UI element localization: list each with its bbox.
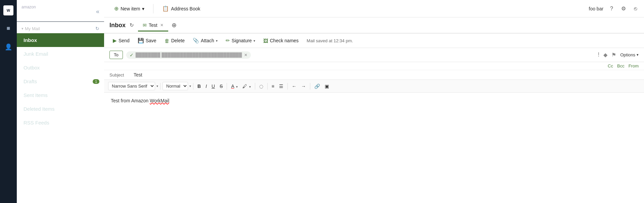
drafts-badge: 1 bbox=[93, 79, 99, 84]
indent-out-icon: ← bbox=[292, 84, 296, 89]
sidebar-item-rss-feeds[interactable]: RSS Feeds bbox=[17, 116, 104, 130]
top-right-actions: ! ◆ ⚑ Options ▾ bbox=[598, 51, 639, 58]
font-size-select[interactable]: Normal bbox=[163, 82, 188, 90]
recipient-check-icon: ✓ bbox=[130, 52, 134, 58]
logout-button[interactable]: ⎋ bbox=[633, 4, 639, 13]
to-button[interactable]: To bbox=[109, 51, 123, 59]
indent-out-button[interactable]: ← bbox=[290, 82, 298, 90]
compose-body[interactable]: Test from Amazon WorkMail bbox=[104, 93, 644, 203]
inbox-heading: Inbox bbox=[109, 22, 126, 29]
underline-button[interactable]: U bbox=[210, 82, 217, 90]
cc-button[interactable]: Cc bbox=[608, 63, 613, 68]
help-button[interactable]: ? bbox=[609, 4, 614, 13]
tab-close-icon[interactable]: ✕ bbox=[160, 23, 164, 28]
signature-icon: ✏ bbox=[226, 38, 230, 44]
format-divider-4 bbox=[255, 83, 255, 90]
clear-format-button[interactable]: ◌ bbox=[257, 82, 265, 90]
bcc-button[interactable]: Bcc bbox=[617, 63, 625, 68]
font-color-icon: A bbox=[231, 84, 234, 89]
plus-icon: ⊕ bbox=[114, 5, 119, 12]
strikethrough-button[interactable]: S bbox=[218, 82, 225, 90]
unordered-list-button[interactable]: ☰ bbox=[277, 82, 285, 90]
flag-icon[interactable]: ⚑ bbox=[611, 52, 616, 58]
highlight-icon: 🖊 bbox=[242, 84, 247, 89]
link-icon: 🔗 bbox=[314, 84, 320, 89]
delete-icon: 🗑 bbox=[165, 38, 170, 44]
subject-input[interactable] bbox=[134, 72, 639, 78]
insert-link-button[interactable]: 🔗 bbox=[312, 82, 322, 90]
sidebar-item-junk-email[interactable]: Junk Email bbox=[17, 47, 104, 61]
unordered-list-icon: ☰ bbox=[279, 84, 283, 89]
indent-in-icon: → bbox=[301, 84, 306, 89]
logo-icon: W bbox=[3, 5, 13, 15]
recipient-remove-icon[interactable]: ✕ bbox=[244, 53, 247, 57]
image-icon: ▣ bbox=[325, 84, 329, 89]
font-color-button[interactable]: A ▾ bbox=[229, 82, 239, 90]
ordered-list-button[interactable]: ≡ bbox=[270, 82, 276, 90]
compose-tab[interactable]: ✉ Test ✕ bbox=[138, 20, 168, 32]
format-divider-2 bbox=[193, 83, 193, 90]
signature-chevron-icon: ▾ bbox=[254, 39, 255, 43]
sidebar-people-icon[interactable]: 👤 bbox=[2, 41, 14, 53]
sidebar-item-deleted-items[interactable]: Deleted Items bbox=[17, 102, 104, 116]
format-divider-1 bbox=[160, 83, 160, 90]
save-button[interactable]: 💾 Save bbox=[134, 36, 160, 46]
attach-chevron-icon: ▾ bbox=[216, 39, 218, 43]
inbox-refresh-icon[interactable]: ↻ bbox=[130, 22, 134, 28]
amazon-label: amazon bbox=[21, 5, 54, 9]
delete-button[interactable]: 🗑 Delete bbox=[161, 36, 188, 46]
format-divider-5 bbox=[267, 83, 268, 90]
format-divider-6 bbox=[287, 83, 288, 90]
font-color-chevron: ▾ bbox=[236, 85, 238, 89]
recipient-address: ████████ ██████████████████████████ bbox=[136, 52, 242, 57]
diamond-icon[interactable]: ◆ bbox=[603, 52, 607, 58]
email-tab-icon: ✉ bbox=[143, 22, 147, 28]
new-item-chevron-icon: ▾ bbox=[142, 6, 144, 11]
my-mail-refresh-icon[interactable]: ↻ bbox=[95, 26, 99, 31]
attach-icon: 📎 bbox=[193, 38, 199, 44]
address-book-icon: 📋 bbox=[162, 5, 169, 12]
mail-saved-status: Mail saved at 12:34 pm. bbox=[307, 38, 353, 43]
indent-in-button[interactable]: → bbox=[299, 82, 308, 90]
new-item-button[interactable]: ⊕ New item ▾ bbox=[109, 3, 149, 14]
sidebar-item-outbox[interactable]: Outbox bbox=[17, 61, 104, 74]
signature-button[interactable]: ✏ Signature ▾ bbox=[222, 36, 259, 46]
body-text-prefix: Test from Amazon bbox=[111, 98, 150, 103]
add-tab-icon[interactable]: ⊕ bbox=[172, 21, 177, 29]
settings-button[interactable]: ⚙ bbox=[620, 4, 627, 13]
send-icon: ▶ bbox=[113, 38, 117, 44]
topbar-divider bbox=[153, 4, 153, 13]
options-chevron-icon: ▾ bbox=[637, 53, 639, 57]
font-family-select[interactable]: Narrow Sans Serif bbox=[108, 82, 155, 90]
insert-image-button[interactable]: ▣ bbox=[323, 82, 331, 90]
my-mail-chevron: ▾ bbox=[21, 27, 24, 31]
check-names-icon: 🖼 bbox=[263, 38, 268, 44]
user-name: foo bar bbox=[589, 6, 604, 11]
sidebar-nav: Inbox Junk Email Outbox Drafts 1 Sent It… bbox=[17, 33, 104, 130]
italic-button[interactable]: I bbox=[203, 82, 209, 90]
format-divider-7 bbox=[310, 83, 310, 90]
from-button[interactable]: From bbox=[629, 63, 639, 68]
send-button[interactable]: ▶ Send bbox=[109, 36, 133, 46]
recipient-chip: ✓ ████████ ██████████████████████████ ✕ bbox=[126, 51, 251, 59]
priority-icon[interactable]: ! bbox=[598, 51, 599, 58]
format-divider-3 bbox=[227, 83, 227, 90]
highlight-chevron: ▾ bbox=[249, 85, 251, 89]
sidebar-item-sent-items[interactable]: Sent Items bbox=[17, 88, 104, 102]
attach-button[interactable]: 📎 Attach ▾ bbox=[189, 36, 221, 46]
ordered-list-icon: ≡ bbox=[272, 84, 274, 89]
sidebar-calendar-icon[interactable]: ■ bbox=[2, 22, 14, 34]
highlight-button[interactable]: 🖊 ▾ bbox=[240, 82, 253, 90]
sidebar-item-inbox[interactable]: Inbox bbox=[17, 33, 104, 47]
sidebar-collapse-button[interactable]: « bbox=[96, 8, 99, 15]
font-size-chevron: ▾ bbox=[189, 84, 191, 88]
sidebar-item-drafts[interactable]: Drafts 1 bbox=[17, 74, 104, 88]
font-family-chevron: ▾ bbox=[156, 84, 158, 88]
check-names-button[interactable]: 🖼 Check names bbox=[260, 36, 302, 46]
options-button[interactable]: Options ▾ bbox=[620, 52, 639, 57]
address-book-button[interactable]: 📋 Address Book bbox=[157, 3, 205, 14]
body-text-workmail: WorkMail bbox=[150, 98, 169, 103]
bold-button[interactable]: B bbox=[195, 82, 203, 90]
workmail-label: WorkMail bbox=[21, 9, 54, 18]
recipient-field: ✓ ████████ ██████████████████████████ ✕ bbox=[126, 51, 594, 59]
